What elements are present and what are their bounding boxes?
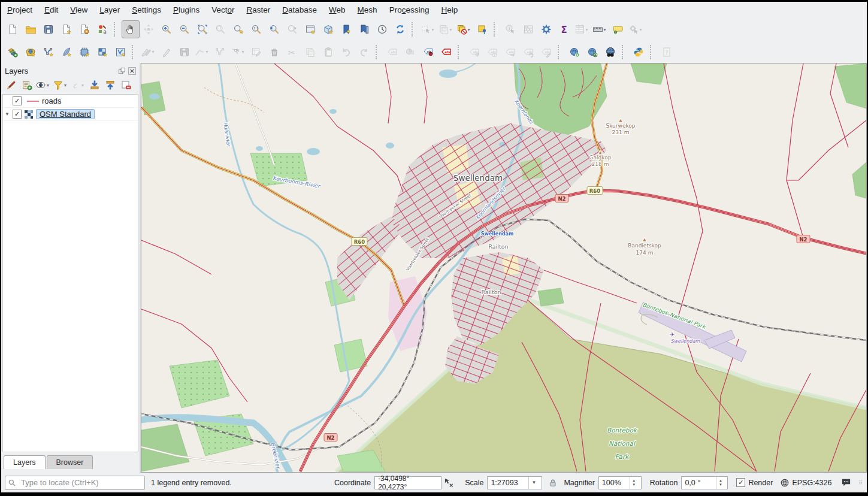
add-group-button[interactable]	[19, 77, 35, 93]
change-label-button[interactable]: abc	[537, 43, 555, 61]
dropdown-arrow-icon[interactable]: ▾	[81, 83, 86, 88]
zoom-out-button[interactable]	[176, 20, 193, 38]
select-features-button[interactable]: ▾	[419, 20, 437, 38]
zoom-native-button[interactable]: 1:1	[247, 20, 265, 38]
crs-value[interactable]: EPSG:4326	[792, 479, 831, 487]
layer-name-roads[interactable]: roads	[42, 96, 62, 105]
toggle-editing-button[interactable]	[158, 43, 176, 61]
render-checkbox[interactable]: ✓	[736, 478, 745, 487]
modify-attributes-button[interactable]	[247, 43, 265, 61]
scale-combobox[interactable]: 1:27093 ▼	[487, 476, 542, 489]
pan-map-button[interactable]	[122, 20, 140, 38]
panel-close-icon[interactable]	[128, 66, 136, 75]
cut-features-button[interactable]: ✂	[283, 43, 301, 61]
metasearch-button[interactable]	[583, 43, 601, 61]
coordinate-input[interactable]: -34,0498° 20,4273°	[374, 476, 441, 489]
new-print-layout-button[interactable]	[58, 20, 75, 38]
statistical-summary-button[interactable]: Σ	[555, 20, 573, 38]
dropdown-arrow-icon[interactable]: ▾	[206, 49, 211, 55]
expander-icon[interactable]: ▼	[3, 111, 11, 117]
menu-view[interactable]: View	[64, 3, 93, 17]
layer-diagram-options-button[interactable]	[401, 43, 419, 61]
delete-selected-button[interactable]	[265, 43, 283, 61]
menu-vector[interactable]: Vector	[205, 3, 240, 17]
spinner-arrows[interactable]: ▲▼	[630, 477, 638, 489]
identify-features-button[interactable]: i	[501, 20, 519, 38]
redo-button[interactable]	[355, 43, 373, 61]
crs-globe-icon[interactable]	[780, 478, 790, 488]
rotation-spinbox[interactable]: 0,0 ° ▲▼	[681, 476, 728, 489]
dropdown-arrow-icon[interactable]: ▾	[604, 27, 609, 32]
map-canvas[interactable]: N2N2N2R60R60 SwellendamRailtonRailtonSwe…	[141, 63, 867, 473]
show-hide-labels-button[interactable]: abc	[483, 43, 501, 61]
dropdown-arrow-icon[interactable]: ▾	[586, 27, 591, 32]
select-by-value-button[interactable]	[473, 20, 491, 38]
tab-browser[interactable]: Browser	[47, 455, 93, 469]
resize-grip[interactable]: ⠿	[858, 480, 863, 486]
data-source-manager-button[interactable]	[4, 43, 22, 61]
layer-name-osm-standard[interactable]: OSM Standard	[36, 109, 95, 119]
menu-raster[interactable]: Raster	[241, 3, 277, 17]
menu-plugins[interactable]: Plugins	[167, 3, 205, 17]
rotate-label-button[interactable]: abc	[519, 43, 537, 61]
pin-labels-button[interactable]: ab	[419, 43, 437, 61]
tab-layers[interactable]: Layers	[4, 455, 46, 469]
zoom-in-button[interactable]	[158, 20, 176, 38]
manage-map-themes-button[interactable]: ▾	[35, 77, 52, 93]
layer-checkbox-roads[interactable]: ✓	[13, 96, 22, 105]
paste-features-button[interactable]	[319, 43, 337, 61]
lock-icon[interactable]	[548, 478, 558, 488]
add-mesh-layer-button[interactable]	[58, 43, 75, 61]
highlight-pinned-labels-button[interactable]: abc	[437, 43, 455, 61]
help-contents-button[interactable]: ?	[658, 43, 676, 61]
add-delimited-text-layer-button[interactable]	[75, 43, 93, 61]
layer-styling-button[interactable]	[4, 77, 19, 93]
pan-to-selection-button[interactable]	[140, 20, 158, 38]
add-vector-layer-button[interactable]	[22, 43, 40, 61]
layout-manager-button[interactable]	[75, 20, 93, 38]
pin-unpin-labels-button[interactable]: abc	[465, 43, 483, 61]
python-console-button[interactable]	[630, 43, 648, 61]
menu-mesh[interactable]: Mesh	[352, 3, 383, 17]
vertex-tool-button[interactable]: ▾	[229, 43, 247, 61]
current-edits-button[interactable]: ▾	[140, 43, 158, 61]
menu-processing[interactable]: Processing	[383, 3, 435, 17]
dropdown-arrow-icon[interactable]: ▾	[450, 27, 455, 32]
attribute-table-button[interactable]: ▾	[573, 20, 591, 38]
dropdown-arrow-icon[interactable]: ▾	[432, 27, 437, 32]
messages-icon[interactable]	[841, 477, 851, 488]
locate-input[interactable]: Type to locate (Ctrl+K)	[5, 476, 145, 490]
deselect-features-button[interactable]: ▾	[437, 20, 455, 38]
undo-button[interactable]	[337, 43, 355, 61]
open-project-button[interactable]	[22, 20, 40, 38]
measure-button[interactable]: ▾	[591, 20, 609, 38]
dropdown-arrow-icon[interactable]: ▾	[64, 83, 69, 88]
zoom-full-button[interactable]	[193, 20, 211, 38]
style-manager-button[interactable]: a	[93, 20, 111, 38]
menu-web[interactable]: Web	[323, 3, 352, 17]
collapse-all-button[interactable]	[102, 77, 118, 93]
dropdown-arrow-icon[interactable]: ▾	[242, 49, 247, 55]
field-calculator-button[interactable]	[519, 20, 537, 38]
spinner-arrows[interactable]: ▲▼	[716, 477, 724, 489]
layer-labeling-options-button[interactable]: abc	[383, 43, 401, 61]
menu-settings[interactable]: Settings	[126, 3, 167, 17]
digitize-with-segment-button[interactable]: ▾	[193, 43, 211, 61]
expand-all-button[interactable]	[87, 77, 102, 93]
add-raster-layer-button[interactable]	[40, 43, 58, 61]
menu-edit[interactable]: Edit	[38, 3, 64, 17]
dropdown-arrow-icon[interactable]: ▾	[468, 27, 473, 32]
filter-by-expression-button[interactable]: ε▾	[69, 77, 87, 93]
processing-toolbox-button[interactable]	[537, 20, 555, 38]
render-toggle[interactable]: ✓ Render	[736, 478, 773, 487]
menu-project[interactable]: Project	[1, 3, 38, 17]
menu-help[interactable]: Help	[435, 3, 464, 17]
temporal-controller-button[interactable]	[373, 20, 391, 38]
layer-row-roads[interactable]: ✓ roads	[3, 95, 138, 108]
new-spatial-bookmark-button[interactable]	[337, 20, 355, 38]
new-project-button[interactable]	[4, 20, 22, 38]
osm-place-search-button[interactable]	[601, 43, 619, 61]
menu-layer[interactable]: Layer	[93, 3, 126, 17]
add-virtual-layer-button[interactable]	[111, 43, 129, 61]
layer-row-osm-standard[interactable]: ▼ ✓ OSM Standard	[3, 108, 138, 121]
